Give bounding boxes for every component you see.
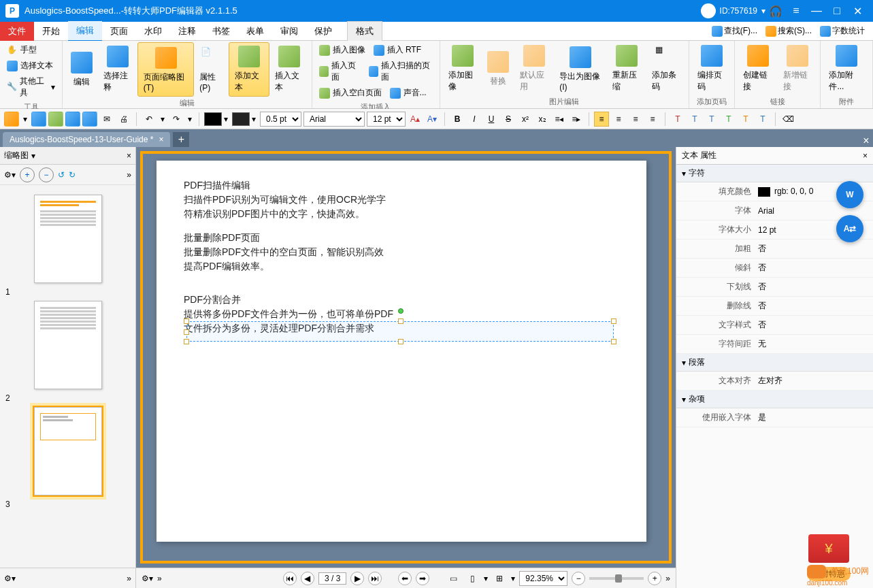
other-tools[interactable]: 🔧其他工具▾ [3,74,59,101]
maximize-button[interactable]: □ [827,5,847,17]
t3-button[interactable]: T [704,112,719,127]
search-button[interactable]: 搜索(S)... [763,24,814,38]
save-icon[interactable] [31,112,46,127]
status-more2-icon[interactable]: » [665,574,670,583]
menu-watermark[interactable]: 水印 [136,22,170,41]
wordcount-button[interactable]: 字数统计 [817,24,868,38]
zoom-out-button[interactable]: − [572,572,585,585]
select-text-tool[interactable]: 选择文本 [3,58,59,74]
indent-left-button[interactable]: ≡◂ [552,112,567,127]
menu-edit[interactable]: 编辑 [68,21,102,42]
t2-button[interactable]: T [687,112,702,127]
t6-button[interactable]: T [755,112,770,127]
thumbnail-page-2[interactable] [34,301,102,389]
align-right-button[interactable]: ≡ [628,112,643,127]
font-select[interactable]: Arial [303,112,365,127]
menu-icon[interactable]: ≡ [786,5,806,17]
add-image-button[interactable]: 添加图像 [443,42,482,95]
prop-underline-value[interactable]: 否 [758,281,866,293]
export-image-button[interactable]: 导出为图像(I) [554,42,607,95]
docarea-close-icon[interactable]: × [859,135,873,147]
menu-review[interactable]: 审阅 [272,22,306,41]
minimize-button[interactable]: — [806,5,827,17]
thumb-footer-more-icon[interactable]: » [127,574,131,583]
default-app-button[interactable]: 默认应用 [514,42,554,95]
zoom-select[interactable]: 92.35% [519,571,567,586]
zoom-in-thumb-button[interactable]: + [20,167,35,182]
sound-button[interactable]: 声音... [386,85,431,101]
align-justify-button[interactable]: ≡ [645,112,660,127]
prop-strike-value[interactable]: 否 [758,300,866,312]
props-section-char[interactable]: ▾ 字符 [676,165,873,182]
menu-page[interactable]: 页面 [102,22,136,41]
prop-style-value[interactable]: 否 [758,319,866,331]
add-tab-button[interactable]: + [173,132,189,147]
clear-format-button[interactable]: ⌫ [780,112,795,127]
thumb-gear-icon[interactable]: ⚙▾ [4,170,16,180]
disk2-icon[interactable] [82,112,97,127]
shrink-font-button[interactable]: A▾ [425,112,440,127]
t1-button[interactable]: T [670,112,685,127]
zoom-out-thumb-button[interactable]: − [39,167,54,182]
menu-start[interactable]: 开始 [34,22,68,41]
current-page[interactable]: 3 [325,574,329,583]
replace-button[interactable]: 替换 [482,42,514,95]
t5-button[interactable]: T [738,112,753,127]
rotate-right-icon[interactable]: ↻ [69,170,76,180]
grow-font-button[interactable]: A▴ [408,112,423,127]
document-viewport[interactable]: PDF扫描件编辑 扫描件PDF识别为可编辑文件，使用OCR光学字 符精准识别PD… [140,151,672,564]
rotate-handle-icon[interactable] [398,308,403,314]
create-link-button[interactable]: 创建链接 [738,42,777,95]
mail-icon[interactable]: ✉ [99,112,114,127]
undo-button[interactable]: ↶ [142,112,157,127]
status-more-icon[interactable]: » [157,574,162,583]
t4-button[interactable]: T [721,112,736,127]
menu-bookmark[interactable]: 书签 [204,22,238,41]
prop-spacing-value[interactable]: 无 [758,338,866,350]
subscript-button[interactable]: x₂ [535,112,550,127]
close-button[interactable]: ✕ [847,5,868,18]
insert-page-button[interactable]: 插入页面 [315,58,365,85]
new-link-button[interactable]: 新增链接 [778,42,817,95]
float-translate-icon[interactable]: A⇄ [836,215,863,242]
insert-rtf-button[interactable]: 插入 RTF [369,42,425,58]
thumbnail-page-1[interactable] [34,195,102,283]
thumb-footer-gear-icon[interactable]: ⚙▾ [4,574,16,583]
bold-button[interactable]: B [450,112,465,127]
view-mode1-icon[interactable]: ▭ [446,571,461,586]
barcode-button[interactable]: ▦添加条码 [646,42,686,95]
prop-align-value[interactable]: 左对齐 [758,375,866,387]
doc-tab[interactable]: Auslogics-BoostSpeed-13-User-Guide *× [3,132,170,147]
nav-back-button[interactable]: ⬅ [398,572,412,585]
page-content[interactable]: PDF扫描件编辑 扫描件PDF识别为可编辑文件，使用OCR光学字 符精准识别PD… [157,161,646,542]
view-mode3-icon[interactable]: ⊞ [492,571,507,586]
zoom-in-button[interactable]: + [648,572,661,585]
redo-button[interactable]: ↷ [169,112,184,127]
float-word-icon[interactable]: W [836,181,863,208]
menu-file[interactable]: 文件 [0,22,34,41]
find-button[interactable]: 查找(F)... [709,24,760,38]
next-page-button[interactable]: ▶ [350,572,364,585]
underline-button[interactable]: U [484,112,499,127]
stroke-color-swatch[interactable] [232,112,250,126]
open-icon[interactable] [4,112,19,127]
thumbnail-page-3[interactable] [34,407,102,495]
headset-icon[interactable]: 🎧 [765,5,786,18]
properties-button[interactable]: 📄属性(P) [194,42,229,97]
nav-fwd-button[interactable]: ➡ [416,572,429,585]
props-section-misc[interactable]: ▾ 杂项 [676,391,873,408]
props-close-icon[interactable]: × [863,151,868,161]
text-selection-box[interactable] [186,321,614,342]
font-size-select[interactable]: 12 pt [367,112,406,127]
disk1-icon[interactable] [65,112,80,127]
insert-image-button[interactable]: 插入图像 [315,42,369,58]
select-annotation-button[interactable]: 选择注释 [98,42,137,97]
thumbnail-button[interactable]: 页面缩略图(T) [137,42,194,97]
first-page-button[interactable]: ⏮ [283,572,297,585]
thumb-more-icon[interactable]: » [127,170,131,180]
menu-form[interactable]: 表单 [238,22,272,41]
add-text-button[interactable]: 添加文本 [229,42,269,97]
line-width-select[interactable]: 0.5 pt [260,112,301,127]
insert-text-button[interactable]: 插入文本 [269,42,309,97]
menu-format[interactable]: 格式 [347,21,382,42]
